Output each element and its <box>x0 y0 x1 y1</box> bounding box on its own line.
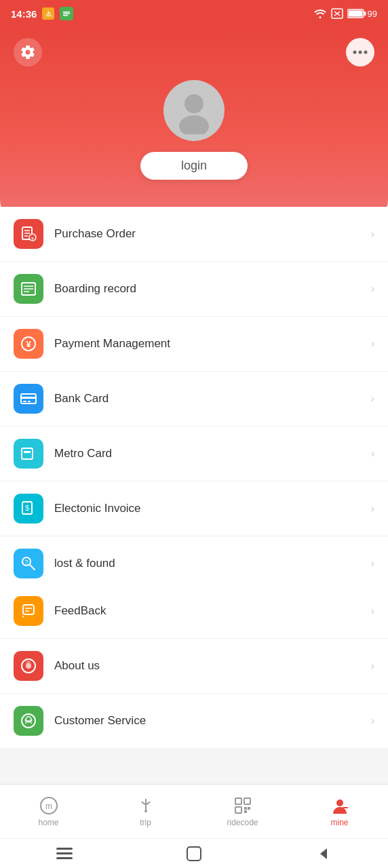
customer-service-icon <box>20 712 37 730</box>
about-us-chevron: › <box>371 660 374 672</box>
nav-item-ridecode[interactable]: ridecode <box>194 785 291 838</box>
mine-nav-icon <box>330 796 349 815</box>
customer-service-label: Customer Service <box>54 714 371 728</box>
svg-line-35 <box>30 565 35 570</box>
payment-management-label: Payment Management <box>54 337 371 351</box>
electronic-invoice-label: Electonic Invoice <box>54 502 371 515</box>
svg-text:m: m <box>45 802 52 811</box>
header-top-row <box>14 38 374 66</box>
bank-card-icon-wrap <box>14 384 43 414</box>
purchase-order-icon-wrap: ¥ <box>14 219 43 249</box>
electronic-invoice-chevron: › <box>371 502 374 515</box>
svg-rect-51 <box>235 807 241 813</box>
svg-rect-49 <box>235 798 241 804</box>
system-menu-button[interactable] <box>51 840 78 867</box>
svg-rect-30 <box>22 448 33 459</box>
settings-button[interactable] <box>14 38 42 66</box>
gear-icon <box>20 44 36 60</box>
menu-item-purchase-order[interactable]: ¥ Purchase Order › <box>0 207 388 262</box>
svg-rect-0 <box>63 12 70 13</box>
svg-marker-62 <box>320 848 327 859</box>
electronic-invoice-icon: $ <box>20 500 37 517</box>
menu-item-electronic-invoice[interactable]: $ Electonic Invoice › <box>0 481 388 536</box>
menu-item-boarding-record[interactable]: Boarding record › <box>0 262 388 317</box>
menu-item-metro-card[interactable]: Metro Card › <box>0 427 388 481</box>
lost-found-chevron: › <box>371 557 374 570</box>
svg-rect-61 <box>187 847 201 861</box>
purchase-order-icon: ¥ <box>20 225 37 243</box>
svg-point-55 <box>336 800 343 806</box>
system-home-button[interactable] <box>180 840 208 867</box>
customer-service-chevron: › <box>371 715 374 727</box>
nav-item-trip[interactable]: trip <box>97 785 194 838</box>
wifi-icon <box>313 8 327 19</box>
svg-rect-27 <box>21 397 36 399</box>
scroll-content: ¥ Purchase Order › Boarding record › <box>0 207 388 843</box>
svg-rect-59 <box>56 852 73 854</box>
svg-text:?: ? <box>24 559 28 566</box>
battery-level: 99 <box>368 9 377 19</box>
svg-rect-29 <box>28 401 31 402</box>
svg-point-12 <box>185 94 203 113</box>
ridecode-nav-label: ridecode <box>227 818 258 827</box>
nav-item-home[interactable]: m home <box>0 785 97 838</box>
feedback-icon-wrap <box>14 596 43 626</box>
svg-rect-60 <box>56 857 73 859</box>
avatar-section: login <box>14 80 374 180</box>
login-button[interactable]: login <box>140 152 248 180</box>
feedback-icon <box>20 602 37 620</box>
status-bar: 14:36 ⚠ 99 <box>0 0 388 27</box>
home-circle-icon <box>185 845 203 863</box>
payment-management-icon-wrap: ¥ <box>14 329 43 359</box>
home-nav-icon: m <box>39 796 58 815</box>
boarding-record-label: Boarding record <box>54 282 371 296</box>
system-nav <box>0 838 388 868</box>
system-back-button[interactable] <box>310 840 337 867</box>
lost-found-label: lost & found <box>54 557 371 570</box>
payment-management-icon: ¥ <box>20 335 37 353</box>
bank-card-label: Bank Card <box>54 392 371 406</box>
more-button[interactable] <box>346 38 374 66</box>
about-us-label: About us <box>54 659 371 673</box>
status-right: 99 <box>313 8 377 19</box>
app-icon <box>60 7 73 20</box>
svg-point-57 <box>338 810 341 813</box>
svg-rect-1 <box>63 14 70 15</box>
menu-item-payment-management[interactable]: ¥ Payment Management › <box>0 317 388 372</box>
header-area: login <box>0 27 388 220</box>
svg-rect-7 <box>364 12 366 16</box>
back-icon <box>317 847 330 861</box>
svg-rect-50 <box>244 798 250 804</box>
svg-rect-52 <box>244 807 247 810</box>
svg-text:$: $ <box>25 504 29 512</box>
menu-item-feedback[interactable]: FeedBack › <box>0 584 388 639</box>
lost-found-icon: ? <box>20 555 37 572</box>
boarding-record-icon <box>20 280 37 298</box>
svg-point-10 <box>359 51 362 54</box>
about-us-icon: m <box>20 657 37 675</box>
menu-item-lost-found[interactable]: ? lost & found › <box>0 536 388 591</box>
svg-point-11 <box>364 51 368 54</box>
svg-point-9 <box>353 51 357 54</box>
menu-section-orders: ¥ Purchase Order › Boarding record › <box>0 207 388 591</box>
menu-item-about-us[interactable]: m About us › <box>0 639 388 694</box>
payment-management-chevron: › <box>371 338 374 350</box>
avatar-silhouette <box>163 80 225 141</box>
svg-rect-53 <box>248 807 250 810</box>
bank-card-chevron: › <box>371 393 374 405</box>
svg-rect-28 <box>23 401 26 402</box>
svg-rect-2 <box>63 15 68 16</box>
trip-nav-icon <box>136 796 155 815</box>
status-left: 14:36 ⚠ <box>11 7 73 20</box>
about-us-icon-wrap: m <box>14 651 43 681</box>
menu-item-customer-service[interactable]: Customer Service › <box>0 694 388 748</box>
trip-nav-label: trip <box>140 818 151 827</box>
metro-card-icon-wrap <box>14 439 43 469</box>
svg-text:¥: ¥ <box>31 236 34 241</box>
avatar[interactable] <box>163 80 225 141</box>
customer-service-icon-wrap <box>14 706 43 736</box>
boarding-record-chevron: › <box>371 283 374 295</box>
feedback-label: FeedBack <box>54 604 371 618</box>
menu-item-bank-card[interactable]: Bank Card › <box>0 372 388 427</box>
nav-item-mine[interactable]: mine <box>291 785 388 838</box>
